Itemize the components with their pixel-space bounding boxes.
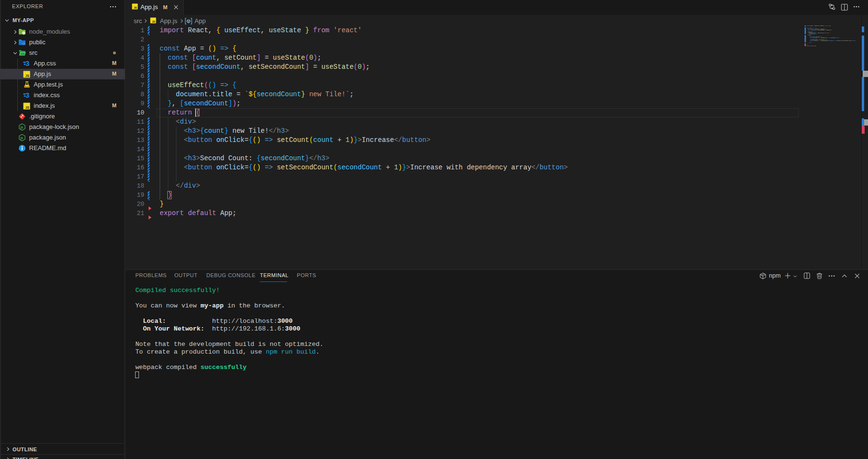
svg-text:3: 3 [25,91,29,99]
svg-text:JS: JS [25,74,30,77]
svg-text:3: 3 [25,60,29,67]
svg-text:JS: JS [134,7,137,10]
svg-text:js: js [20,136,24,140]
svg-text:</>: </> [21,52,25,55]
svg-text:js: js [20,126,24,129]
svg-text:JS: JS [25,106,30,109]
svg-text:JS: JS [151,21,155,24]
